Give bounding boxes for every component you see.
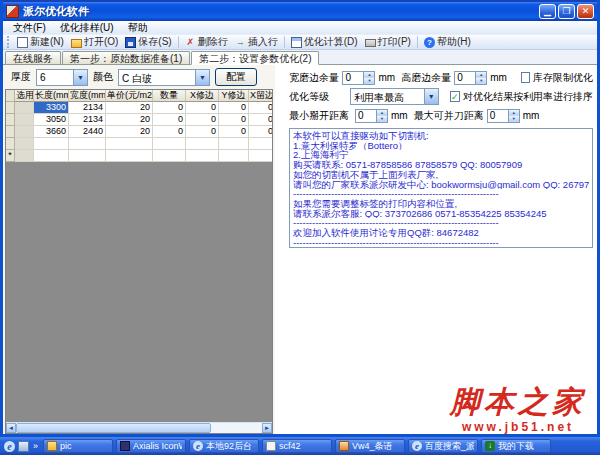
scroll-left-icon[interactable]: ◄ bbox=[6, 423, 16, 433]
spinner-arrows-icon[interactable]: ▲▼ bbox=[363, 72, 374, 84]
grid-cell[interactable] bbox=[34, 138, 69, 150]
chevron-right-icon[interactable]: » bbox=[32, 441, 39, 451]
chevron-down-icon[interactable]: ▼ bbox=[424, 89, 438, 104]
grid-cell[interactable] bbox=[186, 150, 219, 162]
min-break-stepper[interactable]: 0 ▲▼ bbox=[355, 109, 388, 123]
tab-1[interactable]: 第一步：原始数据准备(1) bbox=[62, 51, 190, 64]
grid-cell[interactable]: 0 bbox=[219, 126, 249, 138]
stock-table[interactable]: 选用长度(mm)宽度(mm)单价(元/m2)数量X修边Y修边X留边Y留边3300… bbox=[5, 89, 273, 434]
toolbar-button[interactable]: 打印(P) bbox=[362, 35, 414, 49]
grid-cell[interactable] bbox=[219, 150, 249, 162]
grid-cell[interactable]: 20 bbox=[106, 126, 153, 138]
grid-cell[interactable] bbox=[106, 150, 153, 162]
toolbar-button[interactable]: 保存(S) bbox=[122, 35, 174, 49]
column-header[interactable]: 长度(mm) bbox=[34, 90, 69, 102]
title-bar[interactable]: 派尔优化软件 ▁ ❐ ✕ bbox=[3, 0, 597, 21]
menu-item[interactable]: 优化排样(U) bbox=[54, 21, 120, 35]
thickness-select[interactable]: 6 ▼ bbox=[36, 69, 88, 86]
max-knife-stepper[interactable]: 0 ▲▼ bbox=[487, 109, 520, 123]
opt-level-select[interactable]: 利用率最高 ▼ bbox=[350, 88, 439, 105]
ie-icon[interactable]: e bbox=[4, 441, 15, 452]
row-header-cell[interactable] bbox=[6, 102, 15, 114]
spinner-arrows-icon[interactable]: ▲▼ bbox=[376, 110, 387, 122]
grid-cell[interactable]: 2134 bbox=[69, 114, 106, 126]
grid-cell[interactable]: 3300 bbox=[34, 102, 69, 114]
show-desktop-icon[interactable] bbox=[18, 441, 29, 452]
use-cell[interactable] bbox=[15, 102, 34, 114]
toolbar-button[interactable]: 新建(N) bbox=[14, 35, 67, 49]
height-trim-stepper[interactable]: 0 ▲▼ bbox=[454, 71, 487, 85]
scroll-right-icon[interactable]: ► bbox=[262, 423, 272, 433]
grid-cell[interactable]: 0 bbox=[186, 102, 219, 114]
taskbar-button[interactable]: Axialis IconW bbox=[116, 439, 186, 453]
toolbar-button[interactable]: →插入行 bbox=[232, 35, 281, 49]
taskbar-button[interactable]: Vw4_条语 bbox=[335, 439, 405, 453]
use-cell[interactable] bbox=[15, 114, 34, 126]
use-cell[interactable] bbox=[15, 126, 34, 138]
spinner-arrows-icon[interactable]: ▲▼ bbox=[475, 72, 486, 84]
horizontal-scrollbar[interactable]: ◄ ► bbox=[6, 422, 272, 433]
taskbar-button[interactable]: pic bbox=[43, 439, 113, 453]
toolbar-button[interactable]: 优化计算(D) bbox=[288, 35, 361, 49]
row-header-cell[interactable] bbox=[6, 114, 15, 126]
chevron-down-icon[interactable]: ▼ bbox=[195, 70, 209, 85]
grid-cell[interactable]: 2134 bbox=[69, 102, 106, 114]
minimize-button[interactable]: ▁ bbox=[539, 4, 556, 19]
grid-cell[interactable] bbox=[69, 138, 106, 150]
menu-item[interactable]: 帮助 bbox=[122, 21, 154, 35]
width-trim-stepper[interactable]: 0 ▲▼ bbox=[342, 71, 375, 85]
grid-cell[interactable] bbox=[219, 138, 249, 150]
scrollbar-thumb[interactable] bbox=[16, 423, 211, 433]
grid-cell[interactable]: 3050 bbox=[34, 114, 69, 126]
taskbar-button[interactable]: e本地92后台 - bbox=[189, 439, 259, 453]
grid-cell[interactable] bbox=[249, 138, 273, 150]
column-header[interactable]: 单价(元/m2) bbox=[106, 90, 153, 102]
chevron-down-icon[interactable]: ▼ bbox=[73, 70, 87, 85]
grid-cell[interactable]: 20 bbox=[106, 114, 153, 126]
column-header[interactable]: 宽度(mm) bbox=[69, 90, 106, 102]
close-button[interactable]: ✕ bbox=[577, 4, 594, 19]
column-header[interactable]: Y修边 bbox=[219, 90, 249, 102]
grid-cell[interactable] bbox=[249, 150, 273, 162]
color-select[interactable]: C 白玻 ▼ bbox=[118, 69, 210, 86]
tab-0[interactable]: 在线服务 bbox=[5, 51, 61, 64]
grid-cell[interactable]: 2440 bbox=[69, 126, 106, 138]
row-header-cell[interactable] bbox=[6, 126, 15, 138]
grid-cell[interactable]: 0 bbox=[153, 102, 186, 114]
grid-cell[interactable] bbox=[153, 150, 186, 162]
tab-2[interactable]: 第二步：设置参数优化(2) bbox=[191, 51, 319, 65]
taskbar-button[interactable]: e百度搜索_派尔 bbox=[408, 439, 478, 453]
grid-cell[interactable]: 0 bbox=[249, 126, 273, 138]
config-button[interactable]: 配置 bbox=[215, 68, 257, 86]
grid-cell[interactable]: 0 bbox=[186, 114, 219, 126]
grid-cell[interactable]: 0 bbox=[219, 102, 249, 114]
column-header[interactable]: 数量 bbox=[153, 90, 186, 102]
toolbar-grip-icon bbox=[7, 36, 11, 48]
grid-cell[interactable]: 0 bbox=[219, 114, 249, 126]
grid-cell[interactable]: 0 bbox=[249, 102, 273, 114]
toolbar-button[interactable]: ?帮助(H) bbox=[421, 35, 474, 49]
sort-by-utilization-checkbox[interactable]: ✓ bbox=[450, 91, 460, 102]
taskbar-button[interactable]: ↓我的下载 bbox=[481, 439, 551, 453]
grid-cell[interactable]: 0 bbox=[249, 114, 273, 126]
grid-cell[interactable]: 0 bbox=[153, 114, 186, 126]
grid-cell[interactable] bbox=[106, 138, 153, 150]
toolbar-button[interactable]: ✗删除行 bbox=[182, 35, 231, 49]
menu-item[interactable]: 文件(F) bbox=[7, 21, 52, 35]
grid-cell[interactable]: 3660 bbox=[34, 126, 69, 138]
taskbar-button[interactable]: scf42 bbox=[262, 439, 332, 453]
column-header[interactable]: 选用 bbox=[15, 90, 34, 102]
grid-cell[interactable] bbox=[186, 138, 219, 150]
grid-cell[interactable]: 0 bbox=[153, 126, 186, 138]
stock-limit-checkbox[interactable] bbox=[521, 72, 530, 83]
toolbar-button[interactable]: 打开(O) bbox=[68, 35, 121, 49]
column-header[interactable]: X留边 bbox=[249, 90, 273, 102]
spinner-arrows-icon[interactable]: ▲▼ bbox=[508, 110, 519, 122]
column-header[interactable]: X修边 bbox=[186, 90, 219, 102]
grid-cell[interactable] bbox=[153, 138, 186, 150]
maximize-button[interactable]: ❐ bbox=[558, 4, 575, 19]
grid-cell[interactable]: 20 bbox=[106, 102, 153, 114]
grid-cell[interactable] bbox=[34, 150, 69, 162]
grid-cell[interactable]: 0 bbox=[186, 126, 219, 138]
grid-cell[interactable] bbox=[69, 150, 106, 162]
